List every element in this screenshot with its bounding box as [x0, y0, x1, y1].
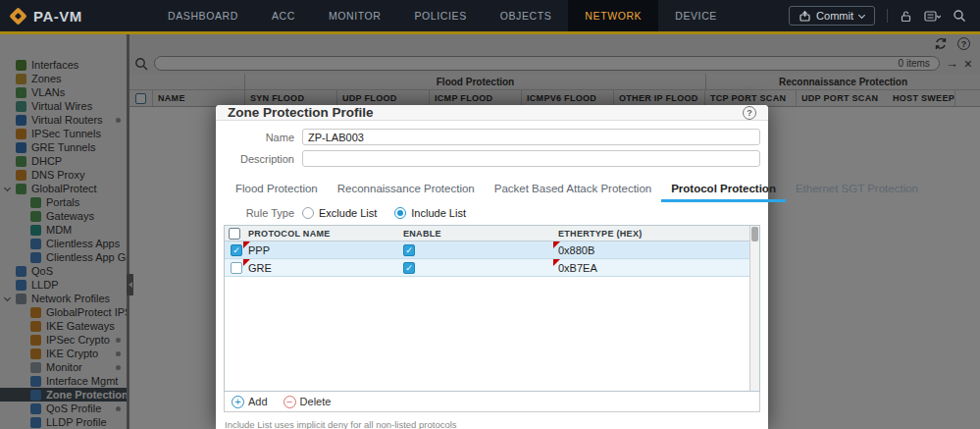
commit-label: Commit — [816, 10, 853, 22]
scrollbar-thumb[interactable] — [751, 227, 758, 241]
nav-tab-policies[interactable]: POLICIES — [398, 0, 484, 31]
nav-tab-objects[interactable]: OBJECTS — [484, 0, 569, 31]
edited-marker — [553, 259, 560, 266]
chevron-down-icon — [858, 11, 865, 18]
dialog-tabs: Flood ProtectionReconnaissance Protectio… — [226, 180, 760, 202]
protocol-name-value: PPP — [248, 244, 270, 256]
nav-tab-device[interactable]: DEVICE — [658, 0, 734, 31]
global-search-icon[interactable] — [953, 9, 966, 23]
protocol-name-cell: PPP — [243, 241, 398, 258]
radio-option-include-list[interactable]: Include List — [394, 207, 466, 219]
brand-label: PA-VM — [33, 8, 82, 25]
protocol-select-all-cell — [225, 228, 243, 240]
edited-marker — [553, 241, 560, 248]
delete-label: Delete — [300, 396, 332, 407]
col-protocol-name: PROTOCOL NAME — [243, 229, 398, 239]
zone-protection-profile-dialog: Zone Protection Profile ? Name Descripti… — [216, 105, 768, 429]
protocol-table-scrollbar[interactable] — [749, 226, 759, 391]
network-page: InterfacesZonesVLANsVirtual WiresVirtual… — [0, 34, 980, 429]
row-select-checkbox[interactable]: ✓ — [231, 244, 242, 256]
enable-checkbox[interactable]: ✓ — [403, 244, 415, 256]
description-field-label: Description — [224, 153, 294, 165]
protocol-name-value: GRE — [248, 262, 272, 274]
protocol-name-cell: GRE — [243, 259, 398, 276]
rule-type-row: Rule Type Exclude ListInclude List — [224, 207, 760, 219]
add-icon: + — [232, 396, 244, 408]
task-manager-icon[interactable] — [924, 10, 941, 23]
commit-button[interactable]: Commit — [789, 6, 875, 26]
edited-marker — [243, 241, 250, 248]
ethertype-cell: 0x880B — [553, 241, 759, 258]
commit-icon — [799, 11, 810, 22]
rule-type-options: Exclude ListInclude List — [302, 207, 484, 219]
protocol-row-ppp[interactable]: ✓PPP✓0x880B — [225, 241, 759, 259]
nav-tabs: DASHBOARDACCMONITORPOLICIESOBJECTSNETWOR… — [151, 0, 734, 31]
enable-checkbox[interactable]: ✓ — [403, 262, 415, 274]
protocol-table-rows: ✓PPP✓0x880BGRE✓0xB7EA — [225, 241, 759, 277]
protocol-table: PROTOCOL NAME ENABLE ETHERTYPE (HEX) ✓PP… — [224, 225, 760, 392]
nav-tab-monitor[interactable]: MONITOR — [312, 0, 398, 31]
protocol-select-all-checkbox[interactable] — [229, 228, 240, 240]
delete-button[interactable]: − Delete — [284, 396, 332, 408]
name-field-label: Name — [224, 132, 294, 143]
dialog-tab-flood-protection[interactable]: Flood Protection — [226, 180, 328, 202]
radio-label: Include List — [411, 207, 466, 219]
protocol-table-footer: + Add − Delete — [224, 392, 760, 412]
dialog-tab-packet-based-attack-protection[interactable]: Packet Based Attack Protection — [485, 180, 661, 202]
dialog-tab-reconnaissance-protection[interactable]: Reconnaissance Protection — [328, 180, 485, 202]
col-ethertype-hex: ETHERTYPE (HEX) — [553, 229, 759, 239]
edited-marker — [243, 259, 250, 266]
protocol-table-header: PROTOCOL NAME ENABLE ETHERTYPE (HEX) — [225, 226, 759, 241]
include-list-note: Include List uses implicit deny for all … — [225, 419, 760, 429]
row-select-cell — [225, 259, 243, 276]
dialog-title: Zone Protection Profile — [228, 105, 374, 120]
row-select-cell: ✓ — [225, 241, 243, 258]
dialog-tab-ethernet-sgt-protection[interactable]: Ethernet SGT Protection — [786, 180, 928, 202]
ethertype-cell: 0xB7EA — [553, 259, 759, 276]
delete-icon: − — [284, 396, 296, 408]
description-field-row: Description — [224, 150, 760, 167]
nav-tab-network[interactable]: NETWORK — [568, 0, 658, 31]
radio-option-exclude-list[interactable]: Exclude List — [302, 207, 377, 219]
radio-include-list-icon — [394, 207, 406, 219]
name-field[interactable] — [302, 129, 760, 145]
protocol-table-empty-area — [225, 277, 759, 391]
enable-cell: ✓ — [398, 241, 553, 258]
pa-vm-app: PA-VM DASHBOARDACCMONITORPOLICIESOBJECTS… — [0, 0, 980, 429]
nav-tab-acc[interactable]: ACC — [255, 0, 312, 31]
top-navbar: PA-VM DASHBOARDACCMONITORPOLICIESOBJECTS… — [0, 0, 980, 31]
paloalto-logo-icon — [9, 7, 26, 25]
ethertype-value: 0xB7EA — [558, 262, 597, 274]
ethertype-value: 0x880B — [558, 244, 594, 256]
dialog-help-icon[interactable]: ? — [743, 106, 756, 120]
lock-icon[interactable] — [900, 10, 912, 23]
protocol-row-gre[interactable]: GRE✓0xB7EA — [225, 259, 759, 277]
brand: PA-VM — [0, 0, 137, 31]
radio-label: Exclude List — [319, 207, 377, 219]
dialog-tab-protocol-protection[interactable]: Protocol Protection — [661, 180, 786, 202]
dialog-body: Name Description Flood ProtectionReconna… — [216, 121, 768, 429]
name-field-row: Name — [224, 129, 760, 145]
nav-tab-dashboard[interactable]: DASHBOARD — [151, 0, 255, 31]
dialog-titlebar: Zone Protection Profile ? — [216, 105, 768, 121]
add-button[interactable]: + Add — [232, 396, 268, 408]
description-field[interactable] — [302, 150, 760, 167]
navbar-right: Commit — [789, 0, 980, 31]
row-select-checkbox[interactable] — [231, 262, 242, 274]
radio-exclude-list-icon — [302, 207, 314, 219]
col-enable: ENABLE — [398, 229, 553, 239]
enable-cell: ✓ — [398, 259, 553, 276]
navbar-divider — [887, 9, 888, 23]
rule-type-label: Rule Type — [224, 207, 294, 219]
add-label: Add — [248, 396, 268, 407]
